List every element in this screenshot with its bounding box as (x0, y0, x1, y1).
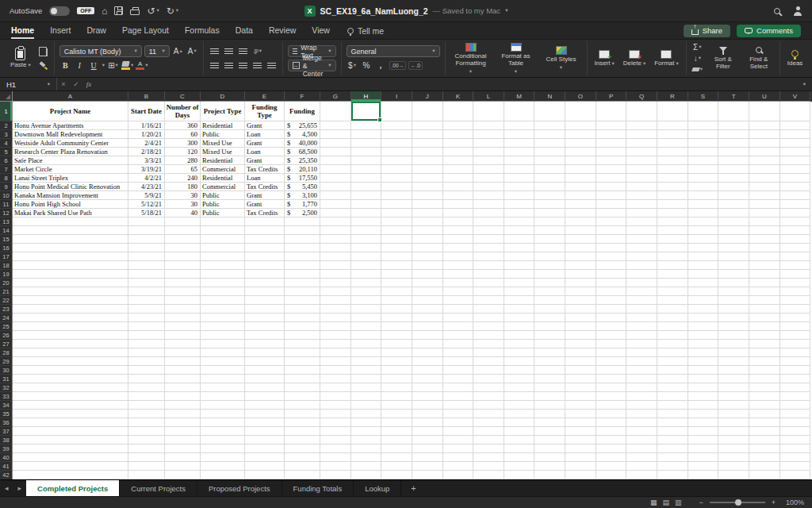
cell-D29[interactable] (201, 357, 245, 366)
cell-F6[interactable]: $25,350 (285, 156, 320, 165)
cell-O38[interactable] (565, 436, 596, 444)
ribbon-tab-page-layout[interactable]: Page Layout (122, 22, 169, 39)
save-icon[interactable] (114, 6, 123, 15)
cell-E8[interactable]: Loan (245, 174, 285, 183)
cell-N21[interactable] (534, 287, 565, 296)
cell-O39[interactable] (565, 444, 596, 453)
cell-V28[interactable] (780, 348, 811, 357)
cell-M8[interactable] (504, 174, 535, 183)
cell-P14[interactable] (596, 226, 627, 235)
cell-T24[interactable] (718, 314, 749, 322)
cell-L23[interactable] (473, 305, 504, 314)
cell-I30[interactable] (381, 366, 412, 375)
cell-R21[interactable] (657, 287, 688, 296)
cell-J5[interactable] (412, 148, 443, 156)
column-header-A[interactable]: A (13, 91, 128, 102)
cell-V12[interactable] (780, 209, 811, 217)
cell-A6[interactable]: Safe Place (13, 156, 128, 165)
cell-K12[interactable] (443, 209, 474, 217)
cell-A10[interactable]: Kanaka Mansion Improvement (13, 191, 128, 200)
cell-O9[interactable] (565, 183, 596, 191)
cell-I19[interactable] (381, 270, 412, 279)
cell-J14[interactable] (412, 226, 443, 235)
cell-L18[interactable] (473, 261, 504, 270)
cell-N35[interactable] (534, 410, 565, 418)
cell-C6[interactable]: 280 (165, 156, 201, 165)
cell-G4[interactable] (320, 139, 351, 148)
cell-T4[interactable] (718, 139, 749, 148)
cell-G15[interactable] (320, 235, 351, 244)
cell-J17[interactable] (412, 252, 443, 261)
cell-S28[interactable] (688, 348, 719, 357)
cell-R16[interactable] (657, 244, 688, 252)
cell-E29[interactable] (245, 357, 285, 366)
cell-F10[interactable]: $3,100 (285, 191, 320, 200)
align-left-button[interactable] (209, 60, 220, 71)
cell-H6[interactable] (351, 156, 382, 165)
cell-F33[interactable] (285, 392, 320, 401)
cell-C40[interactable] (165, 453, 201, 462)
cell-I21[interactable] (381, 287, 412, 296)
cell-Q23[interactable] (626, 305, 657, 314)
cell-S39[interactable] (688, 444, 719, 453)
cell-G27[interactable] (320, 340, 351, 348)
cell-T36[interactable] (718, 418, 749, 427)
cell-L33[interactable] (473, 392, 504, 401)
cell-P12[interactable] (596, 209, 627, 217)
cell-N29[interactable] (534, 357, 565, 366)
cell-A16[interactable] (13, 244, 128, 252)
cell-S29[interactable] (688, 357, 719, 366)
cell-B10[interactable]: 5/9/21 (128, 191, 165, 200)
row-header-40[interactable]: 40 (0, 453, 13, 462)
column-header-T[interactable]: T (718, 91, 749, 102)
cell-V36[interactable] (780, 418, 811, 427)
cell-M23[interactable] (504, 305, 535, 314)
cell-D24[interactable] (201, 314, 245, 322)
cell-D36[interactable] (201, 418, 245, 427)
cell-E18[interactable] (245, 261, 285, 270)
cell-J42[interactable] (412, 471, 443, 479)
cell-Q7[interactable] (626, 165, 657, 174)
cell-T40[interactable] (718, 453, 749, 462)
cell-T29[interactable] (718, 357, 749, 366)
borders-button[interactable]: ⊞▾ (107, 60, 119, 71)
cell-P37[interactable] (596, 427, 627, 436)
column-header-S[interactable]: S (688, 91, 719, 102)
cell-L35[interactable] (473, 410, 504, 418)
cell-G42[interactable] (320, 471, 351, 479)
cell-I8[interactable] (381, 174, 412, 183)
cell-R11[interactable] (657, 200, 688, 209)
cell-N23[interactable] (534, 305, 565, 314)
bold-button[interactable]: B (59, 60, 71, 71)
cell-H20[interactable] (351, 279, 382, 287)
cell-F2[interactable]: $25,655 (285, 121, 320, 130)
cell-K6[interactable] (443, 156, 474, 165)
cell-C17[interactable] (165, 252, 201, 261)
cell-H5[interactable] (351, 148, 382, 156)
cell-E21[interactable] (245, 287, 285, 296)
cell-S26[interactable] (688, 331, 719, 340)
cell-D40[interactable] (201, 453, 245, 462)
cell-R31[interactable] (657, 375, 688, 383)
cell-B24[interactable] (128, 314, 165, 322)
cell-C18[interactable] (165, 261, 201, 270)
cell-N31[interactable] (534, 375, 565, 383)
cell-F34[interactable] (285, 401, 320, 410)
cell-S11[interactable] (688, 200, 719, 209)
cell-J6[interactable] (412, 156, 443, 165)
cell-R34[interactable] (657, 401, 688, 410)
cell-O27[interactable] (565, 340, 596, 348)
cell-E14[interactable] (245, 226, 285, 235)
cell-G33[interactable] (320, 392, 351, 401)
row-header-7[interactable]: 7 (0, 165, 13, 174)
cell-P35[interactable] (596, 410, 627, 418)
cell-L38[interactable] (473, 436, 504, 444)
cell-B6[interactable]: 3/3/21 (128, 156, 165, 165)
cell-K5[interactable] (443, 148, 474, 156)
cell-T25[interactable] (718, 322, 749, 331)
cell-L17[interactable] (473, 252, 504, 261)
cell-G18[interactable] (320, 261, 351, 270)
cell-Q25[interactable] (626, 322, 657, 331)
cell-H4[interactable] (351, 139, 382, 148)
ribbon-tab-draw[interactable]: Draw (86, 22, 106, 39)
